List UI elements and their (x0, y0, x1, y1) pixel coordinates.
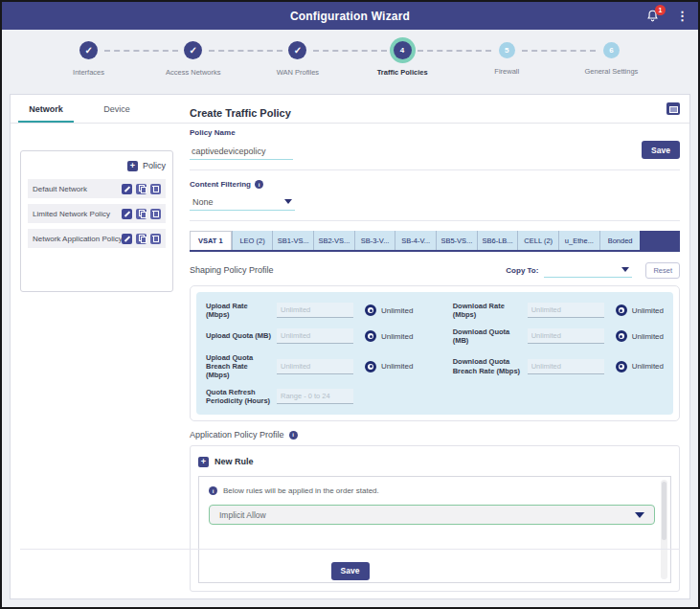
check-icon: ✓ (84, 45, 92, 56)
add-policy-button[interactable]: + Policy (28, 158, 166, 173)
unlimited-radio[interactable] (365, 304, 376, 316)
field-label: Download Quota (MB) (453, 327, 524, 346)
rule-value: Implicit Allow (219, 510, 635, 520)
field-label: Upload Rate (Mbps) (206, 302, 273, 320)
shaping-title: Shaping Policy Profile (190, 265, 274, 275)
wan-tab-sb6[interactable]: SB6-LB... (477, 231, 518, 250)
upload-rate-input[interactable] (277, 303, 353, 318)
edit-icon[interactable] (122, 184, 132, 194)
step-number: 4 (394, 41, 412, 59)
step-label: Traffic Policies (350, 68, 455, 77)
step-label: General Settings (559, 67, 664, 76)
new-rule-label: New Rule (215, 457, 254, 466)
step-interfaces[interactable]: ✓ Interfaces (36, 39, 141, 91)
upload-quota-breach-rate-input[interactable] (277, 359, 353, 374)
wan-tab-cell[interactable]: CELL (2) (517, 231, 558, 250)
download-quota-breach-rate-input[interactable] (528, 359, 604, 374)
notifications-button[interactable]: 1 (645, 9, 661, 24)
check-icon: ✓ (294, 45, 302, 56)
quota-refresh-periodicity-input[interactable] (277, 389, 353, 404)
application-policy-title: Application Policy Profile (190, 430, 284, 440)
wan-tab-sb5[interactable]: SB5-VS... (436, 231, 477, 250)
step-label: WAN Profiles (245, 68, 350, 77)
copy-to-label: Copy To: (506, 266, 538, 275)
chevron-down-icon (284, 199, 292, 204)
copy-icon[interactable] (136, 209, 147, 219)
page-title: Configuration Wizard (2, 10, 698, 23)
tab-network[interactable]: Network (11, 95, 81, 123)
step-firewall[interactable]: 5 Firewall (455, 39, 559, 91)
copy-icon[interactable] (136, 184, 147, 194)
policy-name-input[interactable] (190, 144, 293, 160)
wan-tab-vsat1[interactable]: VSAT 1 (190, 231, 232, 250)
wan-tab-sb1[interactable]: SB1-VS... (272, 231, 313, 250)
add-policy-label: Policy (143, 161, 166, 170)
wan-tab-bonded[interactable]: Bonded (599, 231, 641, 250)
shaping-card: Upload Rate (Mbps) Unlimited Download Ra… (190, 285, 680, 421)
unlimited-radio[interactable] (616, 361, 627, 372)
wan-tab-leo[interactable]: LEO (2) (232, 231, 273, 250)
field-label: Download Quota Breach Rate (Mbps) (453, 357, 524, 375)
plus-icon: + (198, 457, 209, 467)
policy-list-panel: + Policy Default Network Limited Network… (20, 150, 173, 292)
download-quota-input[interactable] (528, 328, 604, 344)
content-filtering-select[interactable]: None (190, 193, 295, 211)
check-icon: ✓ (190, 45, 197, 56)
titlebar: Configuration Wizard 1 ⋮ (2, 2, 698, 30)
wan-tab-sb3[interactable]: SB-3-V... (354, 231, 395, 250)
step-number: 5 (499, 42, 515, 58)
rule-select-implicit-allow[interactable]: Implicit Allow (209, 505, 655, 525)
delete-icon[interactable] (150, 184, 161, 194)
chevron-down-icon (635, 512, 644, 518)
field-label: Download Rate (Mbps) (453, 302, 524, 320)
wan-tab-sb2[interactable]: SB2-VS... (313, 231, 354, 250)
step-wan-profiles[interactable]: ✓ WAN Profiles (245, 39, 350, 91)
policy-row-network-application-policy[interactable]: Network Application Policy (28, 229, 166, 248)
field-label: Quota Refresh Periodicity (Hours) (206, 388, 273, 406)
wan-tab-strip-end (640, 231, 680, 250)
unlimited-radio[interactable] (616, 304, 627, 316)
main-card: Network Device + Policy Default Network … (10, 94, 690, 599)
tab-device[interactable]: Device (81, 95, 152, 123)
policy-row-limited-network-policy[interactable]: Limited Network Policy (28, 204, 166, 223)
edit-icon[interactable] (122, 209, 132, 219)
menu-kebab-icon[interactable]: ⋮ (676, 11, 689, 21)
copy-icon[interactable] (136, 234, 147, 244)
traffic-policy-form: Create Traffic Policy Policy Name Save C… (190, 95, 680, 592)
unlimited-radio[interactable] (365, 330, 376, 342)
content-filtering-value: None (192, 197, 284, 207)
edit-icon[interactable] (122, 234, 132, 244)
step-general-settings[interactable]: 6 General Settings (559, 39, 664, 91)
wizard-stepper: ✓ Interfaces ✓ Access Networks ✓ WAN Pro… (2, 30, 698, 91)
unlimited-radio[interactable] (616, 330, 627, 342)
save-button-top[interactable]: Save (642, 141, 680, 159)
delete-icon[interactable] (150, 234, 161, 244)
step-label: Firewall (455, 67, 559, 76)
radio-label: Unlimited (632, 332, 664, 341)
step-number: 6 (603, 42, 620, 58)
radio-label: Unlimited (381, 306, 413, 315)
info-icon: i (209, 486, 217, 495)
delete-icon[interactable] (150, 209, 161, 219)
copy-to-select[interactable] (544, 262, 632, 278)
new-rule-button[interactable]: + New Rule (198, 454, 671, 469)
unlimited-radio[interactable] (365, 361, 376, 372)
divider (190, 220, 680, 221)
wan-tab-sb4[interactable]: SB-4-V... (395, 231, 436, 250)
wan-tab-strip: VSAT 1 LEO (2) SB1-VS... SB2-VS... SB-3-… (190, 231, 680, 252)
configuration-wizard-window: Configuration Wizard 1 ⋮ ✓ Interfaces ✓ … (0, 0, 700, 609)
step-label: Access Networks (141, 68, 245, 77)
step-traffic-policies[interactable]: 4 Traffic Policies (350, 39, 455, 91)
info-icon: i (255, 180, 263, 189)
divider (190, 169, 680, 170)
download-rate-input[interactable] (528, 303, 604, 318)
step-label: Interfaces (36, 68, 141, 77)
plus-icon: + (127, 161, 138, 171)
step-access-networks[interactable]: ✓ Access Networks (141, 39, 245, 91)
save-button-bottom[interactable]: Save (331, 562, 370, 580)
wan-tab-ethernet[interactable]: u_Ethe... (558, 231, 599, 250)
chevron-down-icon (621, 267, 629, 272)
reset-button[interactable]: Reset (645, 262, 680, 279)
policy-row-default-network[interactable]: Default Network (28, 179, 166, 198)
upload-quota-input[interactable] (277, 328, 353, 344)
